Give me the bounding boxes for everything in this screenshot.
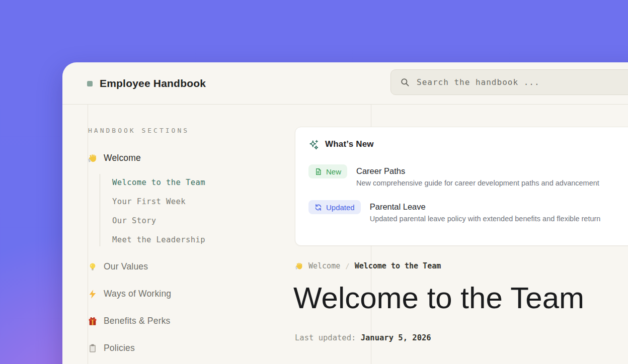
main-content: What’s New New Career Paths New comprehe… <box>295 105 628 364</box>
last-updated-value: January 5, 2026 <box>361 333 431 342</box>
sidebar-subitem-meet-the-leadership[interactable]: Meet the Leadership <box>112 235 205 244</box>
breadcrumb: Welcome / Welcome to the Team <box>295 261 441 270</box>
whats-new-item-description: New comprehensive guide for career devel… <box>356 179 599 187</box>
sparkles-icon <box>308 139 319 150</box>
app-brand[interactable]: Employee Handbook <box>87 77 206 89</box>
whats-new-item-description: Updated parental leave policy with exten… <box>370 215 601 223</box>
badge-label: New <box>326 167 341 176</box>
breadcrumb-current-page: Welcome to the Team <box>355 261 441 270</box>
sidebar-item-label: Policies <box>104 343 135 353</box>
sidebar-item-label: Ways of Working <box>104 289 171 299</box>
waving-hand-icon <box>295 262 303 270</box>
sidebar-item-policies[interactable]: Policies <box>88 343 135 353</box>
whats-new-item-text: Career Paths New comprehensive guide for… <box>356 164 599 187</box>
sidebar-item-label: Welcome <box>104 153 141 163</box>
whats-new-item-career-paths[interactable]: New Career Paths New comprehensive guide… <box>308 164 628 187</box>
gift-icon <box>88 316 98 326</box>
sidebar-item-welcome[interactable]: Welcome <box>88 153 141 163</box>
waving-hand-icon <box>88 153 98 163</box>
sidebar-item-our-values[interactable]: Our Values <box>88 261 148 272</box>
sidebar-item-benefits-perks[interactable]: Benefits & Perks <box>88 316 171 326</box>
app-title: Employee Handbook <box>100 77 206 89</box>
breadcrumb-separator: / <box>345 262 349 270</box>
sidebar: HANDBOOK SECTIONS Welcome Welcome to the… <box>88 105 289 364</box>
sidebar-item-ways-of-working[interactable]: Ways of Working <box>88 289 171 299</box>
sidebar-subitem-welcome-to-the-team[interactable]: Welcome to the Team <box>112 178 205 187</box>
last-updated: Last updated: January 5, 2026 <box>295 333 431 342</box>
breadcrumb-section-link[interactable]: Welcome <box>308 261 340 270</box>
whats-new-title: What’s New <box>325 139 374 149</box>
whats-new-header: What’s New <box>308 138 628 150</box>
handbook-app-window: Employee Handbook HANDBOOK SECTIONS <box>62 62 628 364</box>
document-icon <box>315 168 322 175</box>
sidebar-section-label: HANDBOOK SECTIONS <box>88 127 189 134</box>
sidebar-item-label: Benefits & Perks <box>104 316 171 326</box>
app-header: Employee Handbook <box>62 62 628 105</box>
page-title: Welcome to the Team <box>293 282 584 315</box>
whats-new-item-title: Parental Leave <box>370 201 601 212</box>
sub-items-guide-line <box>100 174 100 246</box>
sidebar-subitem-your-first-week[interactable]: Your First Week <box>112 197 186 206</box>
refresh-icon <box>315 204 322 211</box>
badge-label: Updated <box>326 203 355 212</box>
whats-new-item-title: Career Paths <box>356 165 599 176</box>
search-icon <box>400 77 410 87</box>
status-badge-updated: Updated <box>308 200 361 214</box>
search-box[interactable] <box>390 69 628 95</box>
clipboard-icon <box>88 343 98 353</box>
whats-new-item-parental-leave[interactable]: Updated Parental Leave Updated parental … <box>308 200 628 223</box>
lightbulb-icon <box>88 262 98 272</box>
whats-new-card: What’s New New Career Paths New comprehe… <box>295 127 628 246</box>
status-badge-new: New <box>308 164 347 178</box>
whats-new-item-text: Parental Leave Updated parental leave po… <box>370 200 601 223</box>
sidebar-subitem-our-story[interactable]: Our Story <box>112 216 156 225</box>
sidebar-item-label: Our Values <box>104 261 148 272</box>
lightning-bolt-icon <box>88 289 98 299</box>
desktop-background: { "app": { "title": "Employee Handbook" … <box>0 0 628 364</box>
logo-square-icon <box>87 81 93 86</box>
last-updated-label: Last updated: <box>295 333 356 342</box>
search-input[interactable] <box>417 77 628 87</box>
